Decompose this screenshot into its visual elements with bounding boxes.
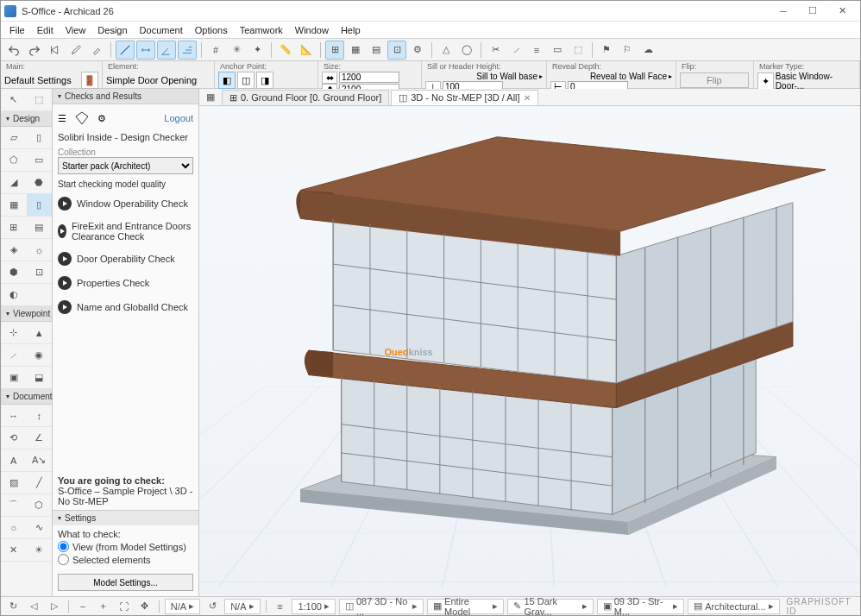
section-tool[interactable]: ⟋ [1, 344, 27, 367]
check-fireexit[interactable]: FireExit and Entrance Doors Clearance Ch… [58, 218, 193, 244]
nav-back-icon[interactable]: ◁ [25, 597, 42, 616]
settings-header[interactable]: Settings [53, 510, 198, 525]
angle-tool2[interactable]: ∠ [27, 427, 53, 449]
menu-edit[interactable]: Edit [32, 23, 59, 37]
label-tool[interactable]: A↘ [27, 449, 53, 472]
na-button-2[interactable]: N/A▸ [224, 599, 260, 614]
arc-tool[interactable]: ⌒ [1, 494, 27, 517]
pan-icon[interactable]: ✥ [136, 597, 154, 616]
menu-file[interactable]: File [4, 23, 30, 37]
3d-canvas[interactable]: Ouedkniss [199, 106, 860, 596]
rect2-button[interactable]: ⬚ [569, 41, 588, 60]
curtain-tool[interactable]: ⊡ [27, 261, 53, 284]
scale-button[interactable]: 1:100▸ [292, 599, 336, 614]
grid2-button[interactable]: ▤ [367, 41, 386, 60]
reveal-mode[interactable]: Reveal to Wall Face [550, 72, 667, 81]
spark-button[interactable]: ✦ [248, 41, 267, 60]
width-input[interactable] [339, 72, 399, 83]
menu-document[interactable]: Document [135, 23, 188, 37]
anchor-right-icon[interactable]: ◨ [256, 72, 273, 89]
viewpoint-section[interactable]: Viewpoint [1, 306, 52, 322]
lamp-tool[interactable]: ☼ [27, 239, 53, 261]
radial-tool[interactable]: ⟲ [1, 427, 27, 449]
zoom-in-icon[interactable]: ＋ [95, 597, 112, 616]
star-button[interactable]: ✳ [227, 41, 246, 60]
wall-tool[interactable]: ▱ [1, 127, 27, 149]
arrow-tool[interactable]: ↖ [1, 89, 27, 111]
line-tool2[interactable]: ╱ [27, 472, 53, 494]
pin-button[interactable]: ⚐ [618, 41, 637, 60]
menu-icon[interactable]: ☰ [58, 113, 66, 124]
circle-tool[interactable]: ○ [1, 517, 27, 539]
menu-window[interactable]: Window [290, 23, 334, 37]
maximize-button[interactable]: ☐ [798, 3, 827, 20]
spline-tool[interactable]: ∿ [27, 517, 53, 539]
marquee-tool[interactable]: ⬚ [27, 89, 53, 111]
slab-tool[interactable]: ▭ [27, 149, 53, 172]
roof-tool[interactable]: ◢ [1, 172, 27, 194]
camera-tool[interactable]: ⊹ [1, 322, 27, 344]
check-name-globalid[interactable]: Name and GlobalId Check [58, 298, 193, 317]
chevron-icon[interactable]: ▸ [669, 72, 672, 80]
redo-button[interactable] [25, 41, 44, 60]
nav-fwd-icon[interactable]: ▷ [46, 597, 63, 616]
dim-tool2[interactable]: ↔ [1, 405, 27, 427]
minimize-button[interactable]: ─ [769, 3, 798, 20]
zoom-fit-icon[interactable]: ⛶ [116, 597, 133, 616]
chevron-icon[interactable]: ▸ [539, 72, 543, 80]
zone-tool[interactable]: ⬢ [1, 261, 27, 284]
door-tool[interactable]: ▯ [27, 194, 53, 217]
snap-button[interactable]: ⊞ [325, 41, 344, 60]
design-section[interactable]: Design [1, 111, 52, 127]
menu-help[interactable]: Help [336, 23, 366, 37]
flip-button[interactable]: Flip [680, 72, 749, 88]
ruler-button[interactable]: 📏 [276, 41, 295, 60]
menu-view[interactable]: View [60, 23, 91, 37]
door-icon[interactable]: 🚪 [81, 72, 98, 89]
text-tool[interactable]: A [1, 449, 27, 472]
document-section[interactable]: Document [1, 389, 52, 405]
inject-button[interactable] [87, 41, 106, 60]
hotspot-tool[interactable]: ✕ [1, 539, 27, 562]
elevation-tool[interactable]: ▲ [27, 322, 53, 344]
column-tool[interactable]: ▯ [27, 127, 53, 149]
gear-icon[interactable]: ⚙ [97, 113, 106, 124]
cut-button[interactable]: ✂ [486, 41, 505, 60]
measure-button[interactable]: 📐 [297, 41, 316, 60]
close-button[interactable]: ✕ [827, 3, 857, 20]
main-value[interactable]: Default Settings [4, 75, 79, 85]
magnet-button[interactable]: ⊡ [387, 41, 406, 60]
pen-button[interactable]: ✎ 15 Dark Gray... ▸ [507, 599, 593, 614]
sill-mode[interactable]: Sill to Wall base [425, 72, 537, 81]
collection-select[interactable]: Starter pack (Architect) [58, 157, 193, 174]
view-button[interactable]: ◫ 087 3D - No ... ▸ [339, 599, 424, 614]
model-filter-button[interactable]: ▦ Entire Model ▸ [427, 599, 504, 614]
stair-tool[interactable]: ▤ [27, 217, 53, 239]
level-dim-tool[interactable]: ↕ [27, 405, 53, 427]
eyedrop-button[interactable] [66, 41, 85, 60]
logout-link[interactable]: Logout [164, 113, 193, 123]
flag-button[interactable]: ⚑ [597, 41, 616, 60]
object-tool[interactable]: ◈ [1, 239, 27, 261]
rect-button[interactable]: ▭ [548, 41, 567, 60]
history-icon[interactable]: ↺ [204, 597, 221, 616]
marker-value[interactable]: Basic Window-Door-... [776, 72, 856, 91]
dim-tool[interactable] [136, 41, 155, 60]
marker-icon[interactable]: ✦ [757, 72, 774, 90]
check-window-operability[interactable]: Window Operability Check [58, 194, 193, 213]
poly-tool[interactable]: ⬡ [27, 494, 53, 517]
mesh-tool[interactable]: ▦ [1, 194, 27, 217]
gear-button[interactable]: ⚙ [408, 41, 427, 60]
arch-button[interactable]: ▤ Architectural... ▸ [688, 599, 779, 614]
menu-design[interactable]: Design [92, 23, 132, 37]
tab-list-icon[interactable]: ▦ [201, 89, 220, 107]
na-button-1[interactable]: N/A▸ [165, 599, 200, 614]
selected-radio[interactable]: Selected elements [58, 554, 193, 565]
undo-button[interactable] [4, 41, 23, 60]
window-tool[interactable]: ⊞ [1, 217, 27, 239]
worksheet-tool[interactable]: ▣ [1, 367, 27, 389]
fill-tool[interactable]: ▨ [1, 472, 27, 494]
nav-cycle-icon[interactable]: ↻ [4, 597, 22, 616]
checks-header[interactable]: Checks and Results [53, 89, 198, 104]
anchor-mid-icon[interactable]: ◫ [237, 72, 255, 89]
